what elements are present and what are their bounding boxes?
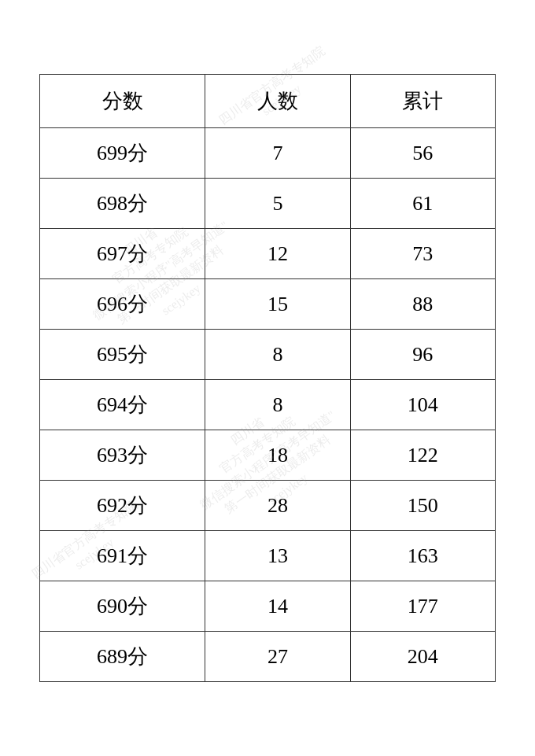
cell-cumulative: 61 bbox=[350, 179, 495, 229]
page-container: 四川省官方高考专知院微信搜索小程序"高考早知道"第一时间获取最新资料scejyk… bbox=[0, 0, 535, 756]
cell-cumulative: 177 bbox=[350, 581, 495, 632]
cell-score: 696分 bbox=[40, 279, 205, 330]
cell-count: 14 bbox=[205, 581, 350, 632]
cell-count: 7 bbox=[205, 128, 350, 179]
table-header-row: 分数 人数 累计 bbox=[40, 75, 496, 128]
cell-cumulative: 163 bbox=[350, 531, 495, 581]
cell-score: 693分 bbox=[40, 430, 205, 481]
cell-cumulative: 96 bbox=[350, 330, 495, 380]
header-score: 分数 bbox=[40, 75, 205, 128]
table-row: 698分561 bbox=[40, 179, 496, 229]
cell-count: 5 bbox=[205, 179, 350, 229]
cell-score: 689分 bbox=[40, 632, 205, 682]
table-row: 695分896 bbox=[40, 330, 496, 380]
table-row: 690分14177 bbox=[40, 581, 496, 632]
cell-cumulative: 73 bbox=[350, 229, 495, 279]
cell-cumulative: 150 bbox=[350, 481, 495, 531]
cell-count: 8 bbox=[205, 330, 350, 380]
cell-score: 692分 bbox=[40, 481, 205, 531]
cell-count: 15 bbox=[205, 279, 350, 330]
table-row: 699分756 bbox=[40, 128, 496, 179]
cell-count: 12 bbox=[205, 229, 350, 279]
cell-score: 690分 bbox=[40, 581, 205, 632]
table-row: 691分13163 bbox=[40, 531, 496, 581]
score-table: 分数 人数 累计 699分756698分561697分1273696分15886… bbox=[39, 74, 496, 682]
cell-count: 18 bbox=[205, 430, 350, 481]
cell-cumulative: 122 bbox=[350, 430, 495, 481]
table-row: 689分27204 bbox=[40, 632, 496, 682]
table-row: 693分18122 bbox=[40, 430, 496, 481]
table-wrapper: 分数 人数 累计 699分756698分561697分1273696分15886… bbox=[39, 74, 496, 682]
cell-score: 695分 bbox=[40, 330, 205, 380]
cell-cumulative: 104 bbox=[350, 380, 495, 430]
cell-score: 691分 bbox=[40, 531, 205, 581]
cell-score: 698分 bbox=[40, 179, 205, 229]
cell-score: 694分 bbox=[40, 380, 205, 430]
table-row: 694分8104 bbox=[40, 380, 496, 430]
cell-count: 28 bbox=[205, 481, 350, 531]
header-cumulative: 累计 bbox=[350, 75, 495, 128]
cell-cumulative: 204 bbox=[350, 632, 495, 682]
cell-count: 8 bbox=[205, 380, 350, 430]
table-row: 697分1273 bbox=[40, 229, 496, 279]
header-count: 人数 bbox=[205, 75, 350, 128]
table-row: 696分1588 bbox=[40, 279, 496, 330]
table-row: 692分28150 bbox=[40, 481, 496, 531]
cell-count: 13 bbox=[205, 531, 350, 581]
cell-cumulative: 88 bbox=[350, 279, 495, 330]
cell-count: 27 bbox=[205, 632, 350, 682]
cell-cumulative: 56 bbox=[350, 128, 495, 179]
cell-score: 699分 bbox=[40, 128, 205, 179]
cell-score: 697分 bbox=[40, 229, 205, 279]
